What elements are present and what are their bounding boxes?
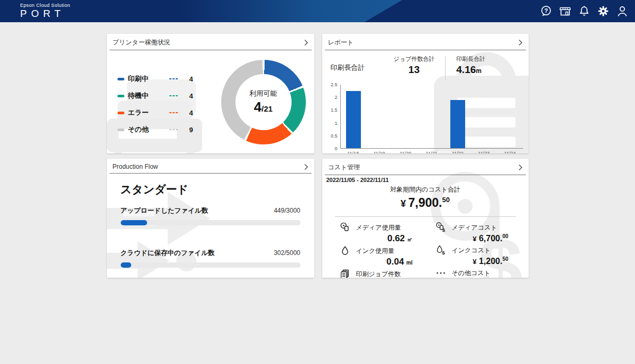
cost-date-range: 2022/11/05 - 2022/11/11: [322, 175, 529, 183]
legend-row-printing: 印刷中 4: [117, 70, 203, 87]
y-tick-label: 0.5: [331, 133, 338, 139]
card-title: Production Flow: [113, 163, 158, 170]
card-printer-status: プリンター稼働状況 印刷中 4 待機中 4 エラー: [107, 34, 314, 153]
card-header-production-flow[interactable]: Production Flow: [110, 159, 312, 174]
brand-title: PORT: [20, 8, 70, 20]
bar-slot: [367, 85, 393, 148]
stat-total-jobs: ジョブ件数合計 13: [394, 55, 435, 76]
legend-swatch: [117, 129, 124, 131]
printer-status-body: 印刷中 4 待機中 4 エラー 4 その: [107, 50, 314, 144]
legend-leader-dashes: [169, 112, 178, 113]
meter-count: 449/3000: [274, 207, 300, 214]
card-title: レポート: [328, 38, 354, 47]
card-header-report[interactable]: レポート: [325, 34, 526, 50]
legend-count: 4: [189, 75, 193, 83]
divider: [335, 216, 516, 217]
cost-column: $ メディアコスト ¥ 6,700.00 $ インクコスト: [435, 222, 513, 278]
svg-text:$: $: [442, 250, 445, 256]
chevron-right-icon: [304, 39, 309, 46]
report-chart-label: 印刷長合計: [331, 63, 365, 72]
uploaded-files-meter: アップロードしたファイル数 449/3000: [121, 206, 301, 225]
y-tick-label: 2: [334, 95, 337, 100]
cloud-files-meter: クラウドに保存中のファイル数 302/5000: [121, 249, 301, 268]
progress-fill: [121, 262, 132, 268]
card-header-cost[interactable]: コスト管理: [325, 159, 526, 175]
production-flow-body: スタンダード アップロードしたファイル数 449/3000 クラウドに保存中のフ…: [107, 182, 314, 268]
donut-legend: 印刷中 4 待機中 4 エラー 4 その: [117, 70, 203, 144]
stat-divider: [445, 56, 446, 80]
ink-usage-row: インク使用量 0.04 ml: [339, 245, 417, 267]
bar-slot: [341, 85, 367, 148]
brand-subtitle: Epson Cloud Solution: [20, 3, 70, 8]
header-actions: ?: [540, 0, 629, 22]
bar-slot: [393, 85, 419, 148]
media-cost-row: $ メディアコスト ¥ 6,700.00: [435, 222, 513, 243]
legend-count: 4: [189, 92, 193, 100]
store-icon[interactable]: [559, 5, 572, 17]
y-tick-label: 2.5: [331, 82, 338, 87]
chevron-right-icon: [518, 39, 523, 46]
card-report: レポート 印刷長合計 ジョブ件数合計 13 印刷長合計 4.16m 00.511…: [322, 34, 529, 153]
print-jobs-row: 印刷ジョブ件数 16件: [339, 268, 417, 278]
stat-label: 印刷長合計: [456, 55, 485, 63]
bar-chart: 00.511.522.5 11/1811/1911/2011/2111/2211…: [322, 80, 529, 153]
donut-center-label: 利用可能: [250, 89, 277, 98]
app-header: Epson Cloud Solution PORT ?: [0, 0, 635, 22]
bell-icon[interactable]: [578, 5, 591, 17]
cost-total-value: ¥ 7,900.50: [322, 196, 529, 210]
report-summary: 印刷長合計 ジョブ件数合計 13 印刷長合計 4.16m: [322, 50, 529, 80]
bar-slot: [419, 85, 444, 148]
x-axis: 11/1811/1911/2011/2111/2211/2311/24: [340, 151, 523, 153]
progress-track: [121, 220, 301, 225]
progress-fill: [121, 220, 148, 225]
legend-label: その他: [128, 125, 162, 134]
cost-value: ¥ 1,200.50: [435, 256, 513, 266]
brand-logo[interactable]: Epson Cloud Solution PORT: [20, 3, 70, 20]
legend-leader-dashes: [169, 129, 178, 130]
ink-cost-icon: $: [435, 244, 447, 256]
x-tick-label: 11/18: [340, 151, 366, 153]
other-cost-icon: [435, 267, 447, 278]
usage-label: 印刷ジョブ件数: [356, 270, 401, 278]
cost-label: その他コスト: [452, 269, 491, 278]
ink-drop-icon: [339, 245, 351, 257]
donut-chart: 利用可能 4/21: [221, 60, 306, 144]
gear-icon[interactable]: [597, 5, 610, 17]
bar-slot: [471, 85, 497, 148]
x-tick-label: 11/23: [471, 151, 497, 153]
y-tick-label: 0: [334, 146, 337, 151]
header-diagonal-band: [180, 0, 402, 22]
x-tick-label: 11/19: [366, 151, 392, 153]
print-jobs-icon: [339, 268, 351, 278]
card-production-flow: Production Flow スタンダード アップロードしたファイル数 449…: [107, 159, 314, 278]
svg-text:?: ?: [544, 7, 548, 14]
user-icon[interactable]: [616, 5, 629, 17]
donut-center-value: 4/21: [254, 99, 273, 115]
help-icon[interactable]: ?: [540, 5, 552, 17]
usage-column: メディア使用量 0.62 ㎡ インク使用量 0.04 ml: [339, 222, 417, 278]
card-header-printer-status[interactable]: プリンター稼働状況: [110, 34, 312, 50]
donut-center: 利用可能 4/21: [235, 74, 292, 130]
x-tick-label: 11/24: [497, 151, 523, 153]
cost-body: 2022/11/05 - 2022/11/11 対象期間内のコスト合計 ¥ 7,…: [322, 175, 529, 278]
stat-value: 13: [394, 64, 435, 76]
plan-name: スタンダード: [121, 182, 301, 197]
y-tick-label: 1: [334, 121, 337, 126]
x-tick-label: 11/22: [444, 151, 470, 153]
bars: [340, 85, 523, 149]
legend-leader-dashes: [169, 95, 178, 96]
usage-value: 0.62 ㎡: [339, 233, 417, 244]
cost-total: 対象期間内のコスト合計 ¥ 7,900.50: [322, 185, 529, 210]
legend-label: エラー: [128, 108, 162, 117]
media-cost-icon: $: [435, 222, 447, 233]
legend-swatch: [117, 112, 124, 114]
plot-area: 11/1811/1911/2011/2111/2211/2311/24: [340, 85, 523, 153]
legend-row-standby: 待機中 4: [117, 87, 203, 104]
cost-total-label: 対象期間内のコスト合計: [322, 185, 529, 194]
legend-row-other: その他 9: [117, 121, 203, 138]
meter-count: 302/5000: [274, 249, 300, 257]
legend-count: 9: [189, 126, 193, 134]
x-tick-label: 11/21: [419, 151, 444, 153]
legend-label: 待機中: [128, 91, 162, 101]
legend-swatch: [117, 95, 124, 97]
